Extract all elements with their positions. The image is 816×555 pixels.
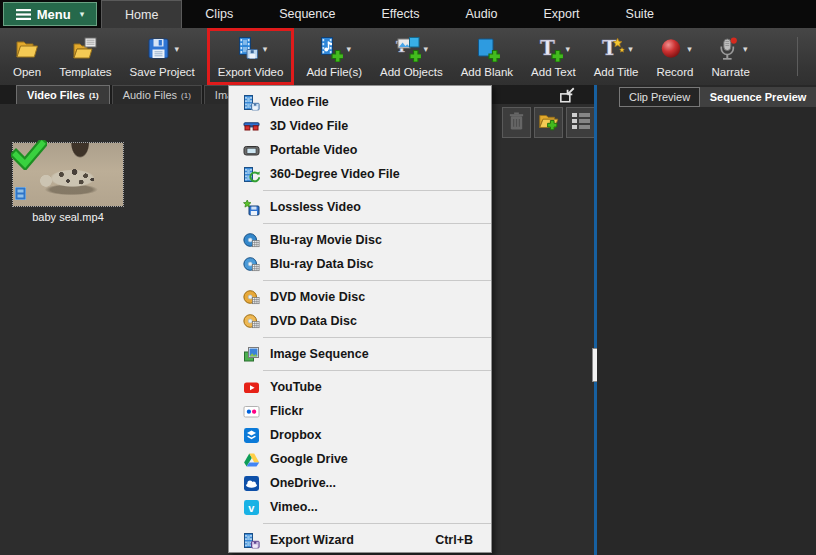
toolbar-button-record[interactable]: ▾Record	[647, 28, 702, 85]
tab-home[interactable]: Home	[101, 0, 182, 28]
export-video-icon	[234, 36, 260, 62]
menu-item-360-degree-video-file[interactable]: 360-Degree Video File	[229, 162, 491, 186]
toolbar-button-export-video[interactable]: ▾Export Video	[207, 28, 295, 85]
menu-item-video-file[interactable]: Video File	[229, 90, 491, 114]
toolbar-button-add-title[interactable]: T▾Add Title	[585, 28, 648, 85]
menu-button[interactable]: Menu ▾	[3, 2, 97, 26]
menu-item-label: Blu-ray Data Disc	[270, 257, 374, 271]
video-clip-badge-icon	[15, 186, 26, 204]
video-file-icon	[243, 94, 260, 111]
menu-item-blu-ray-data-disc[interactable]: Blu-ray Data Disc	[229, 252, 491, 276]
media-bin-toolbar	[502, 107, 595, 138]
tab-effects[interactable]: Effects	[358, 0, 442, 28]
tab-clip-preview[interactable]: Clip Preview	[619, 87, 700, 107]
menu-item-dvd-data-disc[interactable]: DVD Data Disc	[229, 309, 491, 333]
menu-item-lossless-video[interactable]: Lossless Video	[229, 195, 491, 219]
toolbar-button-label: Add Text	[531, 66, 576, 78]
menu-item-blu-ray-movie-disc[interactable]: Blu-ray Movie Disc	[229, 228, 491, 252]
toolbar-button-save-project[interactable]: ▾Save Project	[121, 28, 204, 85]
menu-separator	[229, 519, 491, 528]
menu-item-flickr[interactable]: Flickr	[229, 399, 491, 423]
tab-count-badge: (1)	[181, 91, 191, 100]
toolbar-button-label: Narrate	[711, 66, 749, 78]
tab-export[interactable]: Export	[520, 0, 602, 28]
menu-item-label: OneDrive...	[270, 476, 336, 490]
toolbar-button-open[interactable]: Open	[4, 28, 50, 85]
add-folder-button[interactable]	[534, 107, 563, 138]
toolbar-button-label: Add File(s)	[306, 66, 362, 78]
tab-video-files[interactable]: Video Files(1)	[16, 85, 110, 104]
flickr-icon	[243, 403, 260, 420]
caret-down-icon: ▾	[346, 44, 351, 54]
menu-separator	[229, 333, 491, 342]
menu-item-label: 360-Degree Video File	[270, 167, 400, 181]
templates-folder-icon	[72, 36, 98, 62]
toolbar-button-add-text[interactable]: T▾Add Text	[522, 28, 585, 85]
caret-down-icon: ▾	[566, 44, 571, 54]
portable-video-icon	[243, 142, 260, 159]
toolbar-button-label: Save Project	[130, 66, 195, 78]
toolbar-button-label: Record	[656, 66, 693, 78]
toolbar-button-label: Add Title	[594, 66, 639, 78]
menu-item-shortcut: Ctrl+B	[435, 533, 473, 547]
toolbar-button-add-file-s[interactable]: ▾Add File(s)	[297, 28, 371, 85]
dock-panel-icon[interactable]	[556, 86, 578, 104]
tab-audio-files[interactable]: Audio Files(1)	[112, 85, 202, 104]
menu-item-3d-video-file[interactable]: 3D Video File	[229, 114, 491, 138]
menu-item-youtube[interactable]: YouTube	[229, 375, 491, 399]
lossless-video-icon	[243, 199, 260, 216]
tab-label: Video Files	[27, 89, 85, 101]
menu-item-vimeo[interactable]: vVimeo...	[229, 495, 491, 519]
toolbar-button-add-blank[interactable]: Add Blank	[452, 28, 522, 85]
menu-item-export-wizard[interactable]: Export WizardCtrl+B	[229, 528, 491, 552]
add-text-icon: T	[537, 36, 563, 62]
menu-item-label: DVD Movie Disc	[270, 290, 365, 304]
tab-label: Audio Files	[123, 89, 177, 101]
selected-check-icon	[11, 140, 47, 174]
caret-down-icon: ▾	[174, 44, 179, 54]
menu-button-label: Menu	[37, 7, 71, 22]
menu-item-label: DVD Data Disc	[270, 314, 357, 328]
toolbar-button-label: Templates	[59, 66, 111, 78]
tab-suite[interactable]: Suite	[603, 0, 678, 28]
tab-sequence-preview[interactable]: Sequence Preview	[700, 87, 816, 107]
tab-clips[interactable]: Clips	[182, 0, 256, 28]
tab-count-badge: (1)	[89, 91, 99, 100]
image-sequence-icon	[243, 346, 260, 363]
svg-text:T: T	[602, 36, 617, 60]
youtube-icon	[243, 379, 260, 396]
caret-down-icon: ▾	[687, 44, 692, 54]
menu-item-label: Google Drive	[270, 452, 348, 466]
menu-item-dvd-movie-disc[interactable]: DVD Movie Disc	[229, 285, 491, 309]
media-clip-thumbnail[interactable]	[12, 142, 124, 207]
toolbar-button-add-objects[interactable]: T▾Add Objects	[371, 28, 452, 85]
tab-audio[interactable]: Audio	[442, 0, 520, 28]
menu-item-image-sequence[interactable]: Image Sequence	[229, 342, 491, 366]
360-video-icon	[243, 166, 260, 183]
toolbar-button-narrate[interactable]: ▾Narrate	[702, 28, 758, 85]
videopad-window: Menu ▾ HomeClipsSequenceEffectsAudioExpo…	[0, 0, 816, 555]
caret-down-icon: ▾	[628, 44, 633, 54]
menu-item-portable-video[interactable]: Portable Video	[229, 138, 491, 162]
clip-filename: baby seal.mp4	[4, 211, 132, 223]
caret-down-icon: ▾	[80, 9, 85, 19]
menu-item-label: Portable Video	[270, 143, 357, 157]
caret-down-icon: ▾	[743, 44, 748, 54]
menu-item-google-drive[interactable]: Google Drive	[229, 447, 491, 471]
preview-panel: Clip PreviewSequence Preview	[597, 85, 816, 555]
toolbar-button-templates[interactable]: Templates	[50, 28, 120, 85]
export-video-menu: Video File3D Video FilePortable Video360…	[228, 85, 492, 553]
menu-item-label: Flickr	[270, 404, 303, 418]
3d-video-icon	[243, 118, 260, 135]
toolbar-button-label: Open	[13, 66, 41, 78]
menu-item-dropbox[interactable]: Dropbox	[229, 423, 491, 447]
menu-item-label: Video File	[270, 95, 329, 109]
menu-item-onedrive[interactable]: OneDrive...	[229, 471, 491, 495]
toolbar-button-label: Add Objects	[380, 66, 443, 78]
vimeo-icon: v	[243, 499, 260, 516]
onedrive-icon	[243, 475, 260, 492]
tab-sequence[interactable]: Sequence	[256, 0, 358, 28]
save-floppy-icon	[145, 36, 171, 62]
list-view-button[interactable]	[566, 107, 595, 138]
trash-button[interactable]	[502, 107, 531, 138]
